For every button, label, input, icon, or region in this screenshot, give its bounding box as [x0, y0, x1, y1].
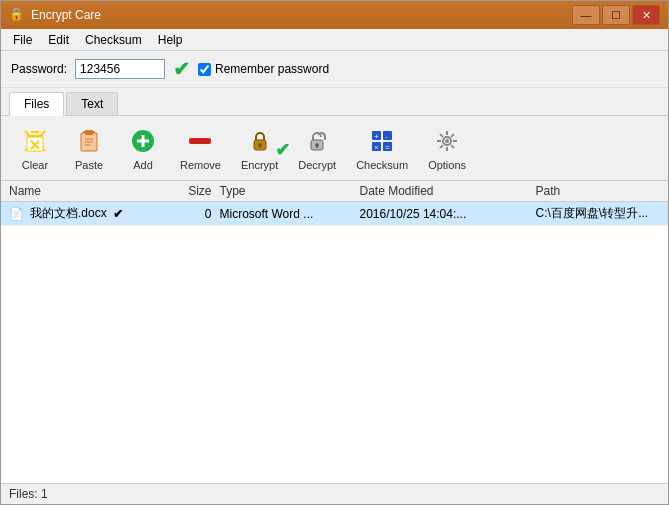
password-input[interactable]: [75, 59, 165, 79]
remember-password-text: Remember password: [215, 62, 329, 76]
content-area: Name Size Type Date Modified Path 📄 我的文档…: [1, 181, 668, 483]
svg-line-40: [451, 145, 454, 148]
maximize-button[interactable]: ☐: [602, 5, 630, 25]
title-bar: 🔒 Encrypt Care — ☐ ✕: [1, 1, 668, 29]
checksum-button[interactable]: + - × = Checksum: [347, 120, 417, 176]
tab-files[interactable]: Files: [9, 92, 64, 116]
encrypt-label: Encrypt: [241, 159, 278, 171]
remember-password-label: Remember password: [198, 62, 329, 76]
file-docx-icon: 📄: [9, 207, 24, 221]
menu-bar: File Edit Checksum Help: [1, 29, 668, 51]
remove-button[interactable]: Remove: [171, 120, 230, 176]
title-bar-left: 🔒 Encrypt Care: [9, 7, 101, 23]
svg-line-2: [25, 131, 29, 135]
app-icon: 🔒: [9, 7, 25, 23]
app-title: Encrypt Care: [31, 8, 101, 22]
svg-rect-18: [189, 138, 211, 144]
col-path: Path: [520, 184, 661, 198]
encrypt-check-icon: ✔: [275, 139, 290, 161]
col-type: Type: [220, 184, 360, 198]
minimize-button[interactable]: —: [572, 5, 600, 25]
file-name: 我的文档.docx: [30, 205, 107, 222]
tabs-bar: Files Text: [1, 88, 668, 116]
col-size: Size: [150, 184, 220, 198]
decrypt-icon: [301, 125, 333, 157]
password-check-icon: ✔: [173, 57, 190, 81]
remove-label: Remove: [180, 159, 221, 171]
svg-line-3: [41, 131, 45, 135]
svg-line-41: [451, 134, 454, 137]
paste-icon: [73, 125, 105, 157]
file-name-cell: 📄 我的文档.docx ✔: [9, 205, 150, 222]
clear-label: Clear: [22, 159, 48, 171]
file-type: Microsoft Word ...: [220, 207, 360, 221]
status-bar: Files: 1: [1, 483, 668, 504]
svg-rect-1: [31, 131, 39, 133]
svg-rect-11: [85, 130, 93, 135]
remember-password-checkbox[interactable]: [198, 63, 211, 76]
svg-text:+: +: [374, 132, 379, 141]
file-path: C:\百度网盘\转型升...: [520, 205, 661, 222]
menu-help[interactable]: Help: [150, 31, 191, 49]
menu-edit[interactable]: Edit: [40, 31, 77, 49]
col-date: Date Modified: [360, 184, 520, 198]
password-label: Password:: [11, 62, 67, 76]
options-icon: [431, 125, 463, 157]
menu-checksum[interactable]: Checksum: [77, 31, 150, 49]
add-button[interactable]: Add: [117, 120, 169, 176]
svg-text:×: ×: [374, 143, 379, 152]
checksum-icon: + - × =: [366, 125, 398, 157]
options-label: Options: [428, 159, 466, 171]
encrypt-button[interactable]: Encrypt ✔: [232, 120, 287, 176]
file-list-header: Name Size Type Date Modified Path: [1, 181, 668, 202]
table-row[interactable]: 📄 我的文档.docx ✔ 0 Microsoft Word ... 2016/…: [1, 202, 668, 226]
svg-line-42: [440, 145, 443, 148]
file-check-icon: ✔: [113, 207, 123, 221]
remove-icon: [184, 125, 216, 157]
svg-line-39: [440, 134, 443, 137]
paste-button[interactable]: Paste: [63, 120, 115, 176]
clear-icon: [19, 125, 51, 157]
add-icon: [127, 125, 159, 157]
options-button[interactable]: Options: [419, 120, 475, 176]
window-controls: — ☐ ✕: [572, 5, 660, 25]
paste-label: Paste: [75, 159, 103, 171]
svg-point-34: [445, 139, 449, 143]
encrypt-icon: [244, 125, 276, 157]
status-text: Files: 1: [9, 487, 48, 501]
svg-text:=: =: [385, 143, 390, 152]
file-list: 📄 我的文档.docx ✔ 0 Microsoft Word ... 2016/…: [1, 202, 668, 483]
main-window: 🔒 Encrypt Care — ☐ ✕ File Edit Checksum …: [0, 0, 669, 505]
toolbar: Clear Paste: [1, 116, 668, 181]
checksum-label: Checksum: [356, 159, 408, 171]
password-bar: Password: ✔ Remember password: [1, 51, 668, 88]
file-size: 0: [150, 207, 220, 221]
clear-button[interactable]: Clear: [9, 120, 61, 176]
add-label: Add: [133, 159, 153, 171]
tab-text[interactable]: Text: [66, 92, 118, 115]
decrypt-button[interactable]: Decrypt: [289, 120, 345, 176]
col-name: Name: [9, 184, 150, 198]
file-date: 2016/10/25 14:04:...: [360, 207, 520, 221]
menu-file[interactable]: File: [5, 31, 40, 49]
close-button[interactable]: ✕: [632, 5, 660, 25]
decrypt-label: Decrypt: [298, 159, 336, 171]
svg-text:-: -: [385, 132, 388, 141]
